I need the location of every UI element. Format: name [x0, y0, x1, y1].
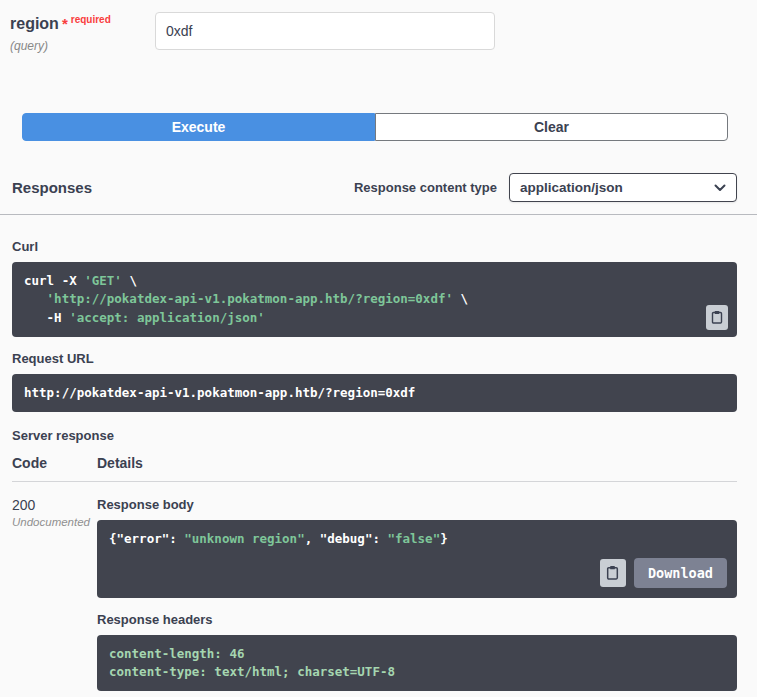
response-body-label: Response body [97, 497, 737, 512]
code-column-header: Code [12, 455, 97, 471]
curl-text [24, 291, 47, 306]
curl-command-block: curl -X 'GET' \ 'http://pokatdex-api-v1.… [12, 262, 737, 336]
curl-line-3: -H 'accept: application/json' [24, 309, 725, 327]
execute-row: Execute Clear [22, 113, 728, 141]
response-body-json: {"error": "unknown region", "debug": "fa… [109, 530, 725, 548]
curl-string: 'GET' [84, 273, 122, 288]
clear-button[interactable]: Clear [375, 113, 728, 141]
json-text: {"error": [109, 531, 184, 546]
clipboard-icon [711, 310, 723, 324]
json-text: , "debug": [305, 531, 388, 546]
download-button[interactable]: Download [634, 558, 727, 588]
required-asterisk: * [62, 15, 68, 32]
details-column-header: Details [97, 455, 737, 471]
request-url-label: Request URL [12, 351, 737, 366]
live-responses-table: Code Details 200 Undocumented Response b… [12, 455, 737, 691]
clipboard-icon [606, 565, 619, 580]
chevron-down-icon [714, 184, 726, 192]
parameter-meta: region*required (query) [10, 12, 155, 53]
undocumented-note: Undocumented [12, 516, 97, 528]
response-header-line: content-type: text/html; charset=UTF-8 [109, 663, 725, 681]
curl-string: 'http://pokatdex-api-v1.pokatmon-app.htb… [47, 291, 453, 306]
required-label: required [71, 14, 111, 25]
response-headers-label: Response headers [97, 612, 737, 627]
region-input[interactable] [155, 12, 495, 50]
response-headers-block: content-length: 46 content-type: text/ht… [97, 635, 737, 691]
json-string: "unknown region" [184, 531, 304, 546]
response-content-type-label: Response content type [354, 180, 497, 195]
request-url-value: http://pokatdex-api-v1.pokatmon-app.htb/… [24, 384, 725, 402]
response-header-line: content-length: 46 [109, 645, 725, 663]
curl-string: 'accept: application/json' [69, 310, 265, 325]
parameter-name-row: region*required [10, 14, 155, 33]
parameter-name: region [10, 15, 59, 32]
curl-text: \ [122, 273, 137, 288]
curl-line-2: 'http://pokatdex-api-v1.pokatmon-app.htb… [24, 290, 725, 308]
copy-curl-button[interactable] [706, 305, 728, 330]
content-type-group: Response content type application/json [354, 173, 737, 202]
responses-inner: Curl curl -X 'GET' \ 'http://pokatdex-ap… [0, 215, 757, 697]
curl-text: -H [24, 310, 69, 325]
curl-line-1: curl -X 'GET' \ [24, 272, 725, 290]
response-body-block: {"error": "unknown region", "debug": "fa… [97, 520, 737, 598]
curl-label: Curl [12, 239, 737, 254]
copy-response-button[interactable] [600, 559, 626, 587]
server-response-label: Server response [12, 428, 737, 443]
swagger-operation-panel: region*required (query) Execute Clear Re… [0, 0, 757, 697]
json-string: "false" [387, 531, 440, 546]
request-url-block: http://pokatdex-api-v1.pokatmon-app.htb/… [12, 374, 737, 412]
response-content-type-select[interactable]: application/json [509, 173, 737, 202]
responses-section-title: Responses [12, 179, 92, 196]
response-details-cell: Response body {"error": "unknown region"… [97, 497, 737, 691]
curl-text: \ [453, 291, 468, 306]
response-body-actions: Download [600, 558, 727, 588]
curl-text: curl -X [24, 273, 84, 288]
status-code: 200 [12, 497, 97, 513]
execute-button[interactable]: Execute [22, 113, 375, 141]
live-response-row: 200 Undocumented Response body {"error":… [12, 482, 737, 691]
table-header-row: Code Details [12, 455, 737, 482]
json-text: } [440, 531, 448, 546]
selected-content-type: application/json [520, 180, 623, 195]
parameter-location: (query) [10, 39, 155, 53]
responses-header: Responses Response content type applicat… [0, 173, 757, 215]
parameters-section: region*required (query) [0, 0, 757, 53]
status-code-cell: 200 Undocumented [12, 497, 97, 691]
